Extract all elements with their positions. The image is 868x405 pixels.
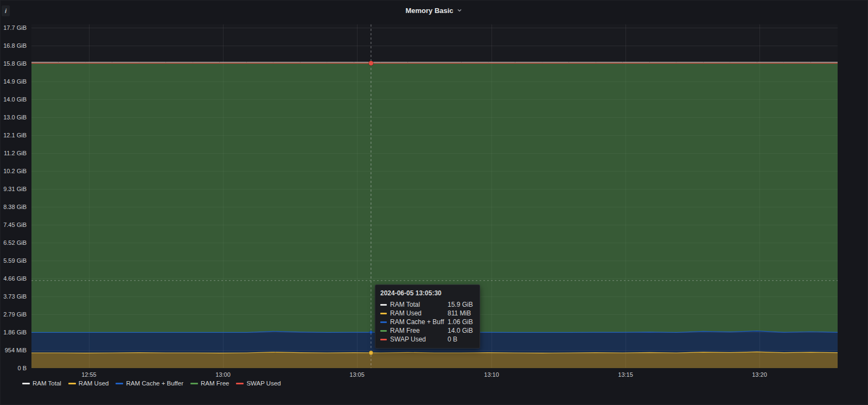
series-color-dash	[380, 304, 387, 306]
y-axis-label: 15.8 GiB	[1, 60, 27, 67]
tooltip-series-value: 0 B	[448, 335, 475, 344]
y-axis-label: 12.1 GiB	[1, 131, 27, 139]
tooltip-series-label: RAM Free	[390, 326, 444, 335]
y-axis-label: 17.7 GiB	[1, 24, 27, 31]
legend-color-dash	[236, 383, 244, 384]
y-axis-label: 16.8 GiB	[1, 42, 27, 49]
swap-used-hover-dot	[368, 61, 373, 66]
legend-item-label: RAM Total	[33, 380, 61, 387]
x-axis-label: 12:55	[81, 371, 97, 378]
y-axis-label: 10.2 GiB	[1, 167, 27, 175]
y-axis-label: 4.66 GiB	[1, 275, 27, 282]
x-axis-label: 13:10	[484, 371, 499, 378]
legend-color-dash	[68, 383, 76, 384]
panel-title-text: Memory Basic	[405, 7, 453, 15]
tooltip-series-value: 15.9 GiB	[448, 300, 475, 309]
tooltip-row: RAM Used 811 MiB	[380, 309, 475, 318]
x-axis-label: 13:00	[215, 371, 231, 378]
panel-title[interactable]: Memory Basic	[405, 7, 462, 15]
y-axis-label: 954 MiB	[1, 346, 27, 354]
y-axis-label: 9.31 GiB	[1, 185, 27, 193]
tooltip-series-value: 14.0 GiB	[448, 326, 475, 335]
tooltip-series-value: 1.06 GiB	[448, 318, 475, 326]
info-icon-glyph: i	[5, 8, 7, 14]
legend-item[interactable]: RAM Cache + Buffer	[116, 380, 183, 387]
legend-item-label: RAM Used	[79, 380, 109, 387]
tooltip-series-label: SWAP Used	[390, 335, 444, 344]
y-axis-label: 13.0 GiB	[1, 113, 27, 121]
panel-header: Memory Basic	[1, 1, 867, 20]
x-axis-label: 13:05	[349, 371, 365, 378]
grafana-panel-memory-basic: i Memory Basic 0 B954 MiB1.86 GiB2.79 Gi…	[0, 0, 868, 405]
tooltip-row: RAM Cache + Buffer 1.06 GiB	[380, 318, 475, 326]
chart-area: 0 B954 MiB1.86 GiB2.79 GiB3.73 GiB4.66 G…	[1, 1, 867, 404]
x-axis-label: 13:15	[618, 371, 633, 378]
tooltip-timestamp: 2024-06-05 13:05:30	[380, 289, 475, 298]
tooltip-series-label: RAM Total	[390, 300, 444, 309]
tooltip-row: RAM Total 15.9 GiB	[380, 300, 475, 309]
ram-used-hover-dot	[369, 351, 373, 355]
y-axis-label: 5.59 GiB	[1, 257, 27, 264]
legend-item-label: RAM Cache + Buffer	[126, 380, 183, 387]
legend-color-dash	[116, 383, 123, 384]
tooltip-series-value: 811 MiB	[448, 309, 475, 318]
y-axis-label: 8.38 GiB	[1, 203, 27, 211]
tooltip-row: RAM Free 14.0 GiB	[380, 326, 475, 335]
legend-item-label: RAM Free	[201, 380, 229, 387]
legend-item-label: SWAP Used	[246, 380, 280, 387]
ram-used-area	[31, 352, 838, 368]
y-axis-label: 2.79 GiB	[1, 311, 27, 318]
legend-color-dash	[22, 383, 30, 384]
y-axis-label: 6.52 GiB	[1, 239, 27, 246]
tooltip-series-label: RAM Cache + Buffer	[390, 318, 444, 326]
legend-item[interactable]: RAM Free	[190, 380, 229, 387]
legend-item[interactable]: RAM Used	[68, 380, 109, 387]
series-color-dash	[380, 313, 387, 314]
y-axis-label: 14.9 GiB	[1, 78, 27, 85]
legend: RAM Total RAM Used RAM Cache + Buffer RA…	[22, 380, 281, 387]
tooltip-series-label: RAM Used	[390, 309, 444, 318]
legend-item[interactable]: SWAP Used	[236, 380, 280, 387]
chevron-down-icon	[456, 7, 463, 14]
x-axis-label: 13:20	[752, 371, 767, 378]
tooltip-row: SWAP Used 0 B	[380, 335, 475, 344]
tooltip: 2024-06-05 13:05:30 RAM Total 15.9 GiB R…	[375, 284, 480, 349]
series-color-dash	[380, 339, 387, 340]
y-axis-label: 7.45 GiB	[1, 221, 27, 229]
panel-info-icon[interactable]: i	[2, 5, 10, 16]
y-axis-label: 0 B	[1, 364, 27, 372]
y-axis-label: 1.86 GiB	[1, 328, 27, 336]
y-axis-label: 11.2 GiB	[1, 149, 27, 157]
legend-color-dash	[190, 383, 198, 384]
series-color-dash	[380, 330, 387, 332]
y-axis-label: 14.0 GiB	[1, 96, 27, 103]
series-color-dash	[380, 321, 387, 323]
ram-cache-buffer-hover-dot	[369, 331, 373, 334]
y-axis-label: 3.73 GiB	[1, 293, 27, 300]
tooltip-rows: RAM Total 15.9 GiB RAM Used 811 MiB RAM …	[380, 300, 475, 344]
legend-item[interactable]: RAM Total	[22, 380, 61, 387]
